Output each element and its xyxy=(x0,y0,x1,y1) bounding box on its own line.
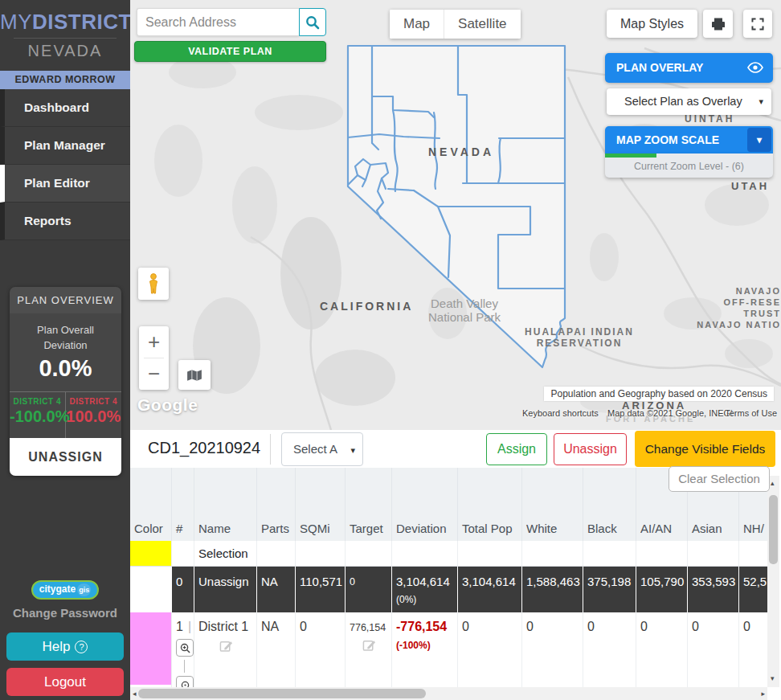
visibility-eye-icon[interactable] xyxy=(747,62,763,73)
table-row-unassign[interactable]: 0 Unassign NA 110,571 0 3,104,614 (0%) 3… xyxy=(130,567,767,612)
target-icon xyxy=(180,680,190,688)
scroll-down-arrow[interactable]: ▾ xyxy=(771,675,775,682)
navajo-line1: NAVAJO xyxy=(697,285,781,297)
fullscreen-icon xyxy=(750,17,765,31)
col-header-num: # xyxy=(172,468,194,541)
fullscreen-button[interactable] xyxy=(743,10,772,38)
satellite-view-button[interactable]: Satellite xyxy=(444,10,520,39)
logout-button[interactable]: Logout xyxy=(6,668,124,696)
selection-total-pop xyxy=(458,541,522,566)
locate-district-button[interactable] xyxy=(176,676,194,687)
zoom-scale-title: MAP ZOOM SCALE xyxy=(616,133,719,146)
sidebar-item-reports[interactable]: Reports xyxy=(0,203,130,240)
plan-overview-card: PLAN OVERVIEW Plan Overall Deviation 0.0… xyxy=(10,287,121,476)
col-header-deviation: Deviation xyxy=(392,468,458,541)
sidebar-item-plan-editor[interactable]: Plan Editor xyxy=(0,165,130,203)
map-label-death-valley: Death Valley National Park xyxy=(416,297,513,324)
unassign-white: 1,588,463 xyxy=(522,567,583,612)
map-type-control[interactable] xyxy=(178,360,211,390)
district-left-name: DISTRICT 4 xyxy=(10,397,65,406)
scroll-right-arrow[interactable]: ▸ xyxy=(761,690,765,698)
selection-deviation xyxy=(392,541,458,566)
unassign-num: 0 xyxy=(172,567,194,612)
selection-aian xyxy=(636,541,688,566)
change-visible-fields-button[interactable]: Change Visible Fields xyxy=(635,431,775,467)
zoom-in-button[interactable]: + xyxy=(139,326,169,358)
unassign-color-swatch xyxy=(130,567,172,612)
unassign-mode-button[interactable]: UNASSIGN xyxy=(10,438,121,476)
unassign-deviation-pct: (0%) xyxy=(396,594,457,605)
magnifier-plus-icon xyxy=(180,643,190,653)
google-logo: Google xyxy=(137,395,198,415)
deviation-label-1: Plan Overall xyxy=(10,323,121,338)
unassign-button[interactable]: Unassign xyxy=(554,433,627,465)
change-password-link[interactable]: Change Password xyxy=(0,606,130,620)
district1-name: District 1 xyxy=(198,620,256,634)
col-header-name: Name xyxy=(194,468,257,541)
district1-black: 0 xyxy=(583,612,636,687)
edit-target-button[interactable] xyxy=(362,638,391,655)
map-area: NEVADA CALIFORNIA Death Valley National … xyxy=(130,0,781,430)
edit-name-button[interactable] xyxy=(219,639,256,656)
sidebar-item-dashboard[interactable]: Dashboard xyxy=(0,89,130,127)
map-styles-button[interactable]: Map Styles xyxy=(607,10,697,38)
search-input[interactable] xyxy=(137,8,299,36)
district1-color-swatch[interactable] xyxy=(130,612,172,687)
search-button[interactable] xyxy=(299,8,326,36)
help-button[interactable]: Help? xyxy=(6,632,124,661)
map-type-toggle: Map Satellite xyxy=(390,10,521,39)
overlay-plan-select[interactable]: Select Plan as Overlay ▾ xyxy=(607,88,771,115)
scroll-up-arrow[interactable]: ▴ xyxy=(771,480,775,487)
vertical-scrollbar[interactable]: ▴ ▾ xyxy=(767,476,779,687)
selection-parts xyxy=(257,541,296,566)
selection-asian xyxy=(688,541,739,566)
chevron-down-icon: ▾ xyxy=(759,88,763,115)
horizontal-scrollbar[interactable]: ◂ ▸ xyxy=(130,687,767,700)
district1-parts: NA xyxy=(257,612,296,687)
unassign-asian: 353,593 xyxy=(688,567,739,612)
census-note: Population and Geography based on 2020 C… xyxy=(544,387,774,401)
zoom-out-button[interactable]: − xyxy=(139,358,169,389)
table-row-district1[interactable]: 1| District 1 xyxy=(130,612,767,687)
district-select[interactable]: Select A ▾ xyxy=(281,432,363,466)
vertical-scroll-thumb[interactable] xyxy=(769,495,778,564)
selection-name: Selection xyxy=(194,541,257,566)
scroll-left-arrow[interactable]: ◂ xyxy=(133,690,137,698)
horizontal-scroll-thumb[interactable] xyxy=(138,689,426,698)
region-label: NEVADA xyxy=(0,42,130,60)
pegman-control[interactable] xyxy=(138,268,169,300)
pegman-icon xyxy=(147,273,160,294)
gis-globe-icon: gis xyxy=(77,583,91,596)
print-icon xyxy=(710,16,726,32)
keyboard-shortcuts-link[interactable]: Keyboard shortcuts xyxy=(522,408,599,418)
map-label-hualapai: HUALAPAI INDIAN RESERVATION xyxy=(507,326,652,349)
chevron-down-icon: ▾ xyxy=(350,433,355,467)
edit-pencil-icon xyxy=(362,638,376,652)
terms-of-use-link[interactable]: Terms of Use xyxy=(725,408,777,418)
zoom-scale-collapse-button[interactable]: ▾ xyxy=(747,128,771,152)
district1-asian: 0 xyxy=(688,612,739,687)
zoom-to-district-button[interactable] xyxy=(176,639,194,657)
death-valley-line1: Death Valley xyxy=(416,297,513,310)
hualapai-line2: RESERVATION xyxy=(507,338,652,349)
navajo-line3: TRUST xyxy=(697,308,781,319)
district1-deviation: -776,154 xyxy=(396,620,457,634)
map-view-button[interactable]: Map xyxy=(390,10,444,39)
validate-plan-button[interactable]: VALIDATE PLAN xyxy=(134,41,326,62)
district-right: DISTRICT 4 100.0% xyxy=(66,392,122,438)
sidebar-item-plan-manager[interactable]: Plan Manager xyxy=(0,127,130,165)
selection-black xyxy=(583,541,636,566)
assign-button[interactable]: Assign xyxy=(486,433,547,465)
death-valley-line2: National Park xyxy=(416,310,513,324)
districts-table: Color # Name Parts SQMi Target Deviation… xyxy=(130,468,767,687)
col-header-target: Target xyxy=(346,468,392,541)
clear-selection-button[interactable]: Clear Selection xyxy=(669,466,770,492)
overlay-select-value: Select Plan as Overlay xyxy=(624,95,742,108)
deviation-label-2: Deviation xyxy=(10,338,121,354)
plan-name: CD1_20210924 xyxy=(148,439,260,457)
col-header-sqmi: SQMi xyxy=(296,468,346,541)
unassign-deviation-value: 3,104,614 xyxy=(396,575,457,588)
print-button[interactable] xyxy=(703,10,733,38)
district1-name-cell: District 1 xyxy=(194,612,257,687)
table-row-selection[interactable]: Selection xyxy=(130,541,767,567)
